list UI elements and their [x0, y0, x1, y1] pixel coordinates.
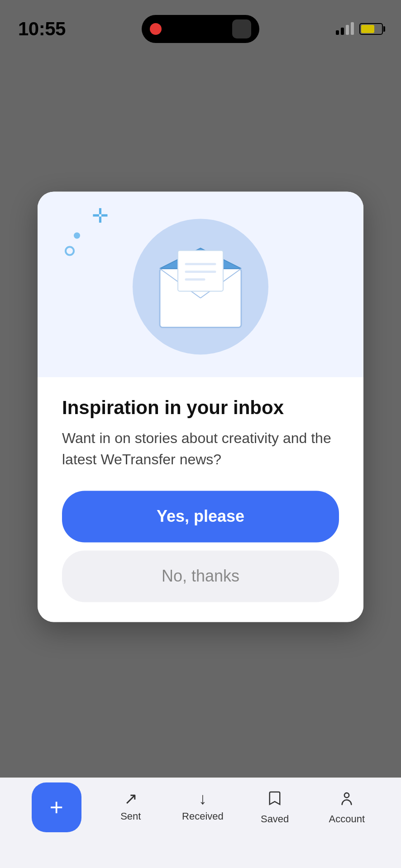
bottom-navigation: + ↗ Sent ↓ Received Saved Account: [0, 777, 401, 868]
modal-illustration: ✛: [38, 191, 363, 377]
saved-icon: [268, 791, 282, 810]
no-thanks-button[interactable]: No, thanks: [62, 551, 339, 602]
signal-icon: [336, 23, 354, 35]
battery-icon: [359, 23, 383, 35]
nav-item-received[interactable]: ↓ Received: [180, 789, 225, 822]
envelope-icon: [151, 243, 250, 329]
sparkle-dot1-icon: [74, 232, 80, 238]
nav-item-sent[interactable]: ↗ Sent: [108, 789, 153, 822]
dynamic-island-area: [142, 15, 259, 43]
sent-icon: ↗: [124, 791, 138, 807]
yes-please-button[interactable]: Yes, please: [62, 491, 339, 543]
modal-title: Inspiration in your inbox: [62, 397, 339, 419]
status-right: [336, 23, 383, 35]
nav-label-received: Received: [182, 811, 224, 822]
sparkle-plus-icon: ✛: [92, 204, 109, 227]
nav-item-account[interactable]: Account: [324, 789, 369, 825]
status-time: 10:55: [18, 18, 66, 40]
account-icon: [339, 791, 354, 810]
nav-label-sent: Sent: [120, 811, 141, 822]
svg-point-7: [344, 793, 349, 797]
sparkle-dot2-icon: [65, 246, 75, 256]
fab-plus-icon: +: [49, 796, 63, 819]
subscription-modal: ✛ Inspiration in your inb: [38, 191, 363, 622]
record-indicator: [150, 23, 162, 35]
modal-content: Inspiration in your inbox Want in on sto…: [38, 377, 363, 622]
illustration-circle: [133, 219, 268, 354]
camera-indicator: [232, 19, 251, 38]
battery-fill: [361, 25, 374, 33]
fab-button[interactable]: +: [32, 782, 81, 832]
modal-description: Want in on stories about creativity and …: [62, 428, 339, 470]
received-icon: ↓: [199, 791, 207, 807]
nav-label-account: Account: [329, 813, 365, 825]
nav-label-saved: Saved: [261, 813, 289, 825]
status-bar: 10:55: [0, 0, 401, 45]
dynamic-island: [142, 15, 259, 43]
nav-item-saved[interactable]: Saved: [252, 789, 297, 825]
